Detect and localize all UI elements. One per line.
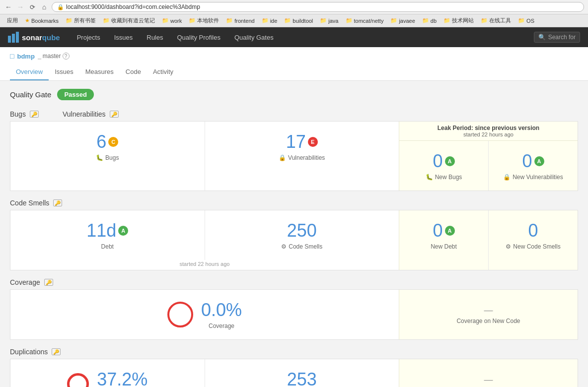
- home-button[interactable]: ⌂: [40, 2, 49, 11]
- dup-blocks-cell: 253 Duplicated Blocks: [205, 359, 399, 387]
- tomcat-label: tomcat/netty: [354, 18, 384, 24]
- tech-label: 技术网站: [452, 17, 474, 24]
- bugs-section: Bugs 🔑 Vulnerabilities 🔑 6 C 🐛 Bugs: [10, 110, 578, 191]
- code-smells-header: Code Smells 🔑: [10, 199, 578, 207]
- code-smells-label: Code Smells: [10, 199, 49, 207]
- folder-icon: 📁: [518, 17, 525, 24]
- refresh-button[interactable]: ⟳: [28, 2, 37, 11]
- nav-projects[interactable]: Projects: [70, 27, 107, 47]
- tab-measures[interactable]: Measures: [79, 64, 120, 80]
- vuln-key-icon[interactable]: 🔑: [110, 111, 119, 118]
- dup-cell: 37.2% Duplications: [10, 359, 205, 387]
- tab-code[interactable]: Code: [120, 64, 147, 80]
- svg-rect-0: [8, 36, 11, 43]
- sonarqube-nav: sonarqube Projects Issues Rules Quality …: [0, 27, 588, 47]
- debt-value: 11d A: [20, 220, 195, 241]
- bugs-metrics-main: 6 C 🐛 Bugs 17 E: [10, 122, 399, 191]
- bookmarks-label: Bookmarks: [31, 18, 59, 24]
- dup-new-cell: — Duplications on New Code: [443, 365, 533, 387]
- svg-rect-1: [12, 34, 15, 43]
- code-smells-section: Code Smells 🔑 11d A Debt: [10, 199, 578, 270]
- javaee-label: javaee: [399, 18, 415, 24]
- dup-leak: — Duplications on New Code: [399, 359, 578, 387]
- lock-icon-sm: 🔒: [279, 154, 286, 161]
- svg-rect-2: [16, 32, 19, 43]
- url-text: localhost:9000/dashboard?id=com.ceiec%3A…: [66, 3, 200, 10]
- duplications-container: 37.2% Duplications 253 Duplicated Blocks…: [10, 359, 578, 387]
- project-name[interactable]: bdmp: [17, 53, 34, 60]
- coverage-container: 0.0% Coverage — Coverage on New Code: [10, 289, 578, 340]
- smells-value: 250: [215, 220, 389, 241]
- bookmark-javaee[interactable]: 📁 javaee: [387, 16, 418, 25]
- folder-icon: 📁: [226, 17, 233, 24]
- bugs-key-icon[interactable]: 🔑: [30, 111, 39, 118]
- bookmark-buildtool[interactable]: 📁 buildtool: [281, 16, 316, 25]
- new-smells-cell: 0 ⚙ New Code Smells: [489, 210, 578, 270]
- bookmark-youdao[interactable]: 📁 收藏到有道云笔记: [100, 16, 158, 25]
- bookmark-bookmarks[interactable]: ★ Bookmarks: [22, 16, 62, 25]
- tab-issues[interactable]: Issues: [49, 64, 79, 80]
- code-smells-key-icon[interactable]: 🔑: [53, 199, 62, 206]
- bookmark-java[interactable]: 📁 java: [317, 16, 341, 25]
- bookmark-ide[interactable]: 📁 ide: [259, 16, 281, 25]
- address-bar[interactable]: 🔒 localhost:9000/dashboard?id=com.ceiec%…: [52, 2, 584, 12]
- bookmark-db[interactable]: 📁 db: [419, 16, 440, 25]
- project-tabs: Overview Issues Measures Code Activity: [10, 64, 578, 80]
- bookmark-tech[interactable]: 📁 技术网站: [441, 16, 477, 25]
- java-label: java: [328, 18, 338, 24]
- code-smells-leak: 0 A New Debt 0 ⚙ New Code Smel: [399, 210, 578, 270]
- bookmark-all[interactable]: 📁 所有书签: [63, 16, 99, 25]
- gear-icon-new: ⚙: [506, 243, 511, 250]
- vuln-rating: E: [308, 137, 318, 147]
- nav-quality-profiles[interactable]: Quality Profiles: [170, 27, 227, 47]
- coverage-leak: — Coverage on New Code: [399, 290, 578, 339]
- sonarqube-logo[interactable]: sonarqube: [8, 32, 60, 43]
- bookmark-tomcat[interactable]: 📁 tomcat/netty: [343, 16, 387, 25]
- duplications-section: Duplications 🔑 37.2% Duplications 253 Du…: [10, 348, 578, 387]
- tab-overview[interactable]: Overview: [10, 64, 49, 80]
- project-header: □ bdmp ⎯ master ? Overview Issues Measur…: [0, 47, 588, 81]
- bookmarks-bar: 应用 ★ Bookmarks 📁 所有书签 📁 收藏到有道云笔记 📁 work …: [0, 14, 588, 27]
- nav-quality-gates[interactable]: Quality Gates: [227, 27, 281, 47]
- bookmark-os[interactable]: 📁 OS: [515, 16, 537, 25]
- bookmark-work[interactable]: 📁 work: [159, 16, 185, 25]
- new-bugs-cell: 0 A 🐛 New Bugs: [399, 141, 489, 191]
- new-debt-value: 0 A: [409, 220, 478, 241]
- coverage-circle: [167, 302, 193, 327]
- new-bugs-rating: A: [445, 156, 455, 166]
- folder-icon: 📁: [443, 17, 450, 24]
- work-label: work: [170, 18, 182, 24]
- bookmark-apps[interactable]: 应用: [4, 16, 21, 25]
- main-content: □ bdmp ⎯ master ? Overview Issues Measur…: [0, 47, 588, 387]
- back-button[interactable]: ←: [4, 2, 13, 11]
- all-bookmarks-label: 所有书签: [74, 17, 96, 24]
- new-smells-label: ⚙ New Code Smells: [499, 243, 568, 250]
- coverage-new-value: —: [456, 305, 520, 316]
- bugs-leak-panel: Leak Period: since previous version star…: [399, 122, 578, 191]
- leak-header: Leak Period: since previous version star…: [399, 122, 578, 141]
- forward-button[interactable]: →: [16, 2, 25, 11]
- search-icon: 🔍: [538, 34, 546, 41]
- dup-new-value: —: [453, 375, 523, 385]
- nav-issues[interactable]: Issues: [107, 27, 140, 47]
- search-box[interactable]: 🔍 Search for: [534, 32, 580, 43]
- debt-label: Debt: [20, 243, 195, 250]
- bookmark-online[interactable]: 📁 在线工具: [478, 16, 514, 25]
- vuln-label: Vulnerabilities: [63, 110, 106, 118]
- frontend-label: frontend: [234, 18, 254, 24]
- bookmark-frontend[interactable]: 📁 frontend: [223, 16, 257, 25]
- vuln-label-bottom: 🔒 Vulnerabilities: [215, 154, 389, 161]
- project-icon: □: [10, 52, 14, 60]
- folder-icon: 📁: [262, 17, 269, 24]
- folder-icon: 📁: [66, 17, 73, 24]
- vuln-metric-cell: 17 E 🔒 Vulnerabilities: [205, 122, 399, 191]
- bookmark-local[interactable]: 📁 本地软件: [186, 16, 222, 25]
- coverage-key-icon[interactable]: 🔑: [44, 279, 53, 286]
- folder-icon: 📁: [189, 17, 196, 24]
- nav-rules[interactable]: Rules: [140, 27, 170, 47]
- online-label: 在线工具: [489, 17, 511, 24]
- duplications-key-icon[interactable]: 🔑: [52, 348, 61, 355]
- help-icon[interactable]: ?: [63, 53, 70, 60]
- tab-activity[interactable]: Activity: [147, 64, 179, 80]
- coverage-header: Coverage 🔑: [10, 278, 578, 286]
